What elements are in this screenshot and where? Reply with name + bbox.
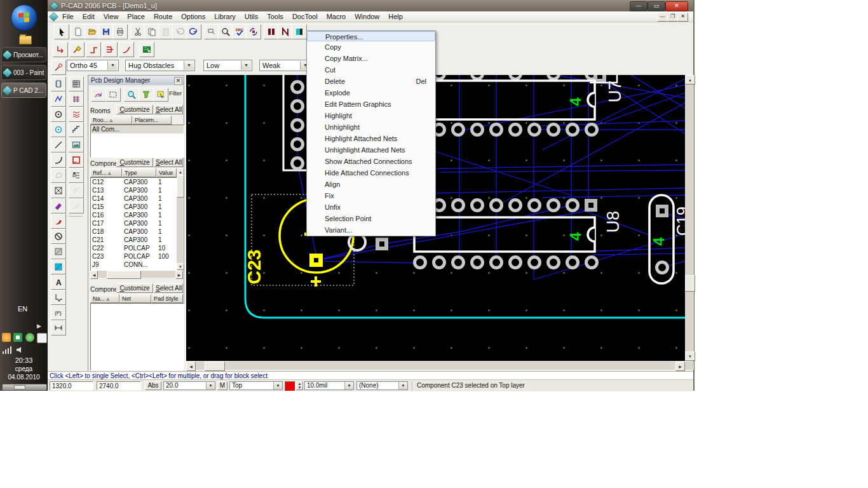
cutout-button[interactable] xyxy=(51,259,66,274)
place-line-button[interactable] xyxy=(51,137,66,152)
show-desktop-button[interactable] xyxy=(2,384,47,391)
print-button[interactable] xyxy=(112,24,128,39)
clock-time[interactable]: 20:33 xyxy=(0,356,48,364)
layer-color-swatch[interactable] xyxy=(285,381,295,391)
board-outline-button[interactable] xyxy=(69,152,84,168)
menu-item[interactable]: Place xyxy=(123,12,149,22)
filter-button[interactable] xyxy=(139,88,154,102)
pattern-edit-button[interactable] xyxy=(69,183,84,198)
x-coordinate-input[interactable]: 1320.0 xyxy=(50,381,93,390)
y-coordinate-input[interactable]: 2740.0 xyxy=(97,381,141,390)
chevron-down-icon[interactable]: ▼ xyxy=(344,382,353,390)
scroll-up-icon[interactable]: ▲ xyxy=(685,75,695,85)
menu-item-variant[interactable]: Variant... xyxy=(307,224,435,236)
layer-spinner[interactable]: ▲ ▼ xyxy=(296,381,302,390)
browse-nets-button[interactable] xyxy=(91,88,106,102)
tray-green-app-icon[interactable] xyxy=(13,333,22,342)
rooms-row[interactable]: All Com... xyxy=(91,125,184,133)
components-select-all-button[interactable]: Select All xyxy=(154,158,183,167)
unroute-button[interactable] xyxy=(51,229,66,244)
list-view-button[interactable] xyxy=(69,168,84,183)
components-column-type[interactable]: Type xyxy=(122,168,156,177)
component-row[interactable]: C21 CAP300 1 xyxy=(91,236,177,244)
folder-icon[interactable] xyxy=(19,36,32,44)
pattern-edit2-button[interactable] xyxy=(69,198,84,214)
menu-item-copy-matrix[interactable]: Copy Matrix... xyxy=(307,53,435,64)
tray-expand-arrow[interactable]: ▶ xyxy=(37,323,41,329)
route-arc-button[interactable] xyxy=(119,42,134,57)
mdi-minimize-button[interactable]: — xyxy=(657,13,668,22)
component-row[interactable]: J9 CONN... xyxy=(91,261,177,269)
chevron-down-icon[interactable]: ▼ xyxy=(273,382,282,390)
component-row[interactable]: C23 POLCAP 100 xyxy=(91,252,177,261)
scroll-down-icon[interactable]: ▼ xyxy=(685,351,695,361)
open-button[interactable] xyxy=(85,24,100,39)
language-indicator[interactable]: EN xyxy=(18,305,27,313)
chevron-down-icon[interactable]: ▼ xyxy=(206,382,215,390)
scroll-down-icon[interactable]: ▼ xyxy=(177,263,184,270)
menu-item-hide-attached-connections[interactable]: Hide Attached Connections xyxy=(307,167,435,179)
menu-item[interactable]: DocTool xyxy=(288,12,322,22)
scroll-left-icon[interactable]: ◀ xyxy=(186,362,196,371)
pads-list[interactable] xyxy=(90,303,184,370)
maximize-button[interactable]: ▭ xyxy=(648,1,665,11)
chevron-down-icon[interactable]: ▼ xyxy=(241,61,251,70)
menu-item[interactable]: Route xyxy=(149,12,177,22)
pads-column-pad-style[interactable]: Pad Style xyxy=(151,294,183,303)
copy-button[interactable] xyxy=(144,24,159,39)
browse-select-button[interactable] xyxy=(105,88,121,102)
table-view-button[interactable] xyxy=(69,76,84,92)
components-list[interactable]: C12 CAP300 1 C13 CAP300 1 C14 CAP300 1 xyxy=(90,177,178,271)
rooms-customize-button[interactable]: Customize xyxy=(116,105,153,114)
redo-button[interactable] xyxy=(186,24,201,39)
tray-clipboard-icon[interactable] xyxy=(37,333,47,343)
place-text-button[interactable]: A xyxy=(51,274,66,290)
menu-item[interactable]: View xyxy=(99,12,123,22)
dimension-button[interactable] xyxy=(51,320,66,336)
chevron-down-icon[interactable]: ▼ xyxy=(184,61,194,70)
component-row[interactable]: C16 CAP300 1 xyxy=(91,211,177,219)
minimize-button[interactable]: — xyxy=(630,1,648,11)
menu-item-explode[interactable]: Explode xyxy=(307,87,435,98)
priority-dropdown[interactable]: Low▼ xyxy=(203,60,252,71)
menu-item-unhighlight-attached-nets[interactable]: Unhighlight Attached Nets xyxy=(307,144,435,156)
ortho-mode-dropdown[interactable]: Ortho 45▼ xyxy=(67,60,119,71)
picture-view-button[interactable] xyxy=(69,137,84,152)
menu-item-copy[interactable]: Copy xyxy=(307,41,435,53)
component-row[interactable]: C17 CAP300 1 xyxy=(91,219,177,227)
tray-antivirus-icon[interactable] xyxy=(25,333,34,342)
menu-item[interactable]: Utils xyxy=(240,12,262,22)
chevron-down-icon[interactable]: ▼ xyxy=(107,61,118,70)
drc-button[interactable]: DRC xyxy=(232,24,247,39)
paste-button[interactable] xyxy=(158,24,173,39)
panel-title-bar[interactable]: Pcb Design Manager ✕ xyxy=(88,76,184,85)
route-interactive-button[interactable] xyxy=(69,42,85,57)
mdi-close-button[interactable]: ✕ xyxy=(677,13,688,22)
menu-item[interactable]: Edit xyxy=(78,12,99,22)
route-corner-button[interactable] xyxy=(86,42,101,57)
rooms-list[interactable]: All Com... xyxy=(90,125,184,158)
network-signal-icon[interactable] xyxy=(3,346,13,354)
strength-dropdown[interactable]: Weak▼ xyxy=(259,60,311,71)
menu-item-align[interactable]: Align xyxy=(307,179,435,190)
rooms-column-placement[interactable]: Placem... xyxy=(132,116,172,125)
layer-dropdown[interactable]: Top▼ xyxy=(229,381,283,390)
route-manual-button[interactable] xyxy=(51,214,66,229)
taskbar-button-paint[interactable]: 003 - Paint xyxy=(1,65,46,80)
undo-button[interactable] xyxy=(172,24,187,39)
canvas-hscroll-thumb[interactable] xyxy=(205,362,225,371)
chevron-down-icon[interactable]: ▼ xyxy=(398,382,407,390)
components-hscroll-thumb[interactable] xyxy=(107,271,141,279)
menu-item-edit-pattern-graphics[interactable]: Edit Pattern Graphics xyxy=(307,98,435,110)
route-style-button[interactable] xyxy=(51,60,66,75)
menu-item[interactable]: Library xyxy=(210,12,240,22)
rooms-select-all-button[interactable]: Select All xyxy=(154,105,183,114)
menu-item[interactable]: Macro xyxy=(322,12,351,22)
components-hscrollbar[interactable]: ◀ ▶ xyxy=(90,271,183,278)
cut-button[interactable] xyxy=(130,24,146,39)
component-row[interactable]: C14 CAP300 1 xyxy=(91,194,177,203)
scroll-right-icon[interactable]: ▶ xyxy=(175,271,183,279)
taskbar-button-opera[interactable]: Просмот... xyxy=(1,47,46,62)
pads-customize-button[interactable]: Customize xyxy=(116,283,153,293)
glue-dot-button[interactable] xyxy=(51,290,66,305)
